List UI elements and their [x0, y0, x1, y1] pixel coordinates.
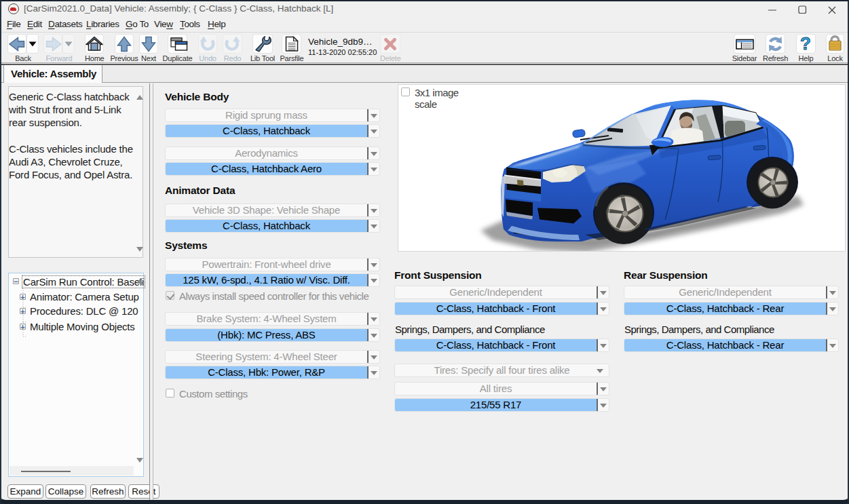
svg-text:?: ? [800, 33, 811, 54]
